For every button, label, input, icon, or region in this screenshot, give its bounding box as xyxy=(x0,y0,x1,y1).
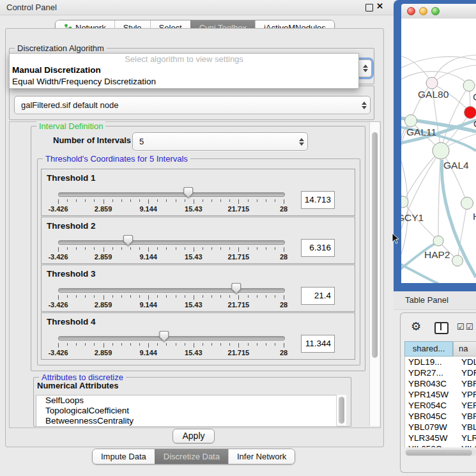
apply-button[interactable]: Apply xyxy=(173,429,215,443)
minor-tick xyxy=(176,295,176,298)
minor-tick xyxy=(139,247,140,250)
network-node-hap2[interactable] xyxy=(433,236,443,246)
tab-discretize-data[interactable]: Discretize Data xyxy=(155,449,228,464)
list-item-selfloops[interactable]: SelfLoops xyxy=(36,395,337,406)
checkbox-icon[interactable]: ☑ xyxy=(457,322,464,332)
attributes-list-scrollbar[interactable] xyxy=(336,395,346,426)
close-traffic-light-icon[interactable] xyxy=(407,7,415,15)
minor-tick xyxy=(229,343,230,346)
network-node-gcy1[interactable] xyxy=(401,196,408,208)
close-icon[interactable]: ✕ xyxy=(376,1,383,11)
cell-shared-name: YPR145W xyxy=(405,389,457,400)
threshold-value-field[interactable]: 6.316 xyxy=(301,239,335,257)
network-node-label: C xyxy=(473,118,476,129)
threshold-value-field[interactable]: 21.4 xyxy=(301,287,335,305)
vertical-scrollbar[interactable] xyxy=(369,122,380,426)
network-node[interactable] xyxy=(452,256,463,266)
checkbox-icon[interactable]: ☑ xyxy=(466,322,473,332)
table-row[interactable]: YBR043CYBR0 xyxy=(405,378,476,389)
table-row[interactable]: YDR27...YDR2 xyxy=(405,367,476,378)
network-node-gal11[interactable] xyxy=(405,115,417,127)
slider-track[interactable] xyxy=(58,240,285,245)
table-row[interactable]: YBR045CYBR0 xyxy=(405,411,476,422)
attributes-list-scrollbar-thumb[interactable] xyxy=(339,397,344,424)
table-body[interactable]: YDL19...YDL1YDR27...YDR2YBR043CYBR0YPR14… xyxy=(404,357,476,447)
cell-name: YBR0 xyxy=(457,411,476,422)
thresholds-group-title: Threshold's Coordinates for 5 Intervals xyxy=(43,154,190,164)
list-item-topologicalcoefficient[interactable]: TopologicalCoefficient xyxy=(36,406,337,416)
slider-handle[interactable] xyxy=(183,187,193,198)
slider-track[interactable] xyxy=(58,336,285,341)
minor-tick xyxy=(67,199,68,202)
cell-name: YLR3 xyxy=(457,433,476,443)
network-node-gal4[interactable] xyxy=(433,142,449,159)
minor-tick xyxy=(85,343,86,346)
slider-track[interactable] xyxy=(58,288,285,293)
slider-track[interactable] xyxy=(58,192,285,197)
dropdown-placeholder-item[interactable]: Select algorithm to view settings xyxy=(10,54,358,65)
tick-label: -3.426 xyxy=(48,349,68,357)
cell-shared-name: YLR345W xyxy=(405,433,457,443)
control-panel-title: Control Panel xyxy=(6,3,57,12)
network-edge[interactable] xyxy=(401,57,476,68)
minor-tick xyxy=(203,343,203,346)
cell-shared-name: YDL19... xyxy=(405,357,457,367)
minor-tick xyxy=(157,199,158,202)
minor-tick xyxy=(185,295,185,298)
tab-label: Discretize Data xyxy=(164,452,220,461)
threshold-value-field[interactable]: 11.344 xyxy=(301,335,335,353)
table-data-combobox[interactable]: galFiltered.sif default node xyxy=(14,96,371,114)
network-view-titlebar[interactable] xyxy=(401,4,476,19)
minimize-traffic-light-icon[interactable] xyxy=(419,7,427,15)
network-node-c[interactable] xyxy=(464,107,476,119)
minor-tick xyxy=(130,247,131,250)
slider-handle[interactable] xyxy=(159,331,169,342)
zoom-traffic-light-icon[interactable] xyxy=(431,7,440,15)
discretization-algorithm-group-title: Discretization Algorithm xyxy=(15,43,107,53)
column-view-icon[interactable] xyxy=(434,322,449,334)
network-node-h[interactable] xyxy=(461,197,473,210)
dropdown-option-manual[interactable]: Manual Discretization xyxy=(10,65,358,76)
network-edge[interactable] xyxy=(401,56,432,83)
table-data-value: galFiltered.sif default node xyxy=(15,100,358,110)
table-row[interactable]: YIL052CYIL0 xyxy=(405,443,476,447)
table-row[interactable]: YPR145WYPR1 xyxy=(405,389,476,400)
network-edge[interactable] xyxy=(403,150,441,202)
tab-impute-data[interactable]: Impute Data xyxy=(93,449,155,464)
minor-tick xyxy=(166,247,167,250)
number-of-intervals-combobox[interactable]: 5 xyxy=(132,132,308,151)
major-tick xyxy=(284,343,284,348)
column-header-name[interactable]: na xyxy=(453,341,476,357)
tick-label: 15.43 xyxy=(185,301,203,309)
slider-handle[interactable] xyxy=(231,283,241,294)
vertical-scrollbar-thumb[interactable] xyxy=(372,132,378,358)
network-node-gal80[interactable] xyxy=(426,77,438,89)
network-node-ga[interactable] xyxy=(463,80,475,91)
minor-tick xyxy=(139,343,140,346)
horizontal-scrollbar[interactable] xyxy=(404,449,476,456)
tab-infer-network[interactable]: Infer Network xyxy=(228,449,295,464)
minor-tick xyxy=(139,295,140,298)
table-row[interactable]: YLR345WYLR3 xyxy=(405,433,476,443)
threshold-value-field[interactable]: 14.713 xyxy=(301,191,335,209)
tick-label: 9.144 xyxy=(139,253,157,261)
table-row[interactable]: YER054CYER0 xyxy=(405,400,476,411)
column-header-shared-name[interactable]: shared... xyxy=(404,341,453,357)
minor-tick xyxy=(130,199,131,202)
slider-handle[interactable] xyxy=(123,235,133,246)
major-tick xyxy=(104,247,104,252)
network-canvas[interactable]: GAL80GACGAL11GAL4GCY1HHAP2 xyxy=(401,19,476,283)
float-window-icon[interactable] xyxy=(365,4,373,12)
horizontal-scrollbar-thumb[interactable] xyxy=(406,450,472,456)
minor-tick xyxy=(266,247,266,250)
major-tick xyxy=(238,247,239,252)
dropdown-option-equal-width[interactable]: Equal Width/Frequency Discretization xyxy=(10,76,358,88)
settings-gear-icon[interactable]: ⚙ xyxy=(411,321,421,332)
table-row[interactable]: YBL079WYBL0 xyxy=(405,422,476,433)
numerical-attributes-list[interactable]: SelfLoopsTopologicalCoefficientBetweenne… xyxy=(36,395,337,427)
minor-tick xyxy=(121,247,122,250)
minor-tick xyxy=(203,247,203,250)
table-row[interactable]: YDL19...YDL1 xyxy=(405,357,476,367)
minor-tick xyxy=(76,343,77,346)
list-item-betweennesscentrality[interactable]: BetweennessCentrality xyxy=(36,416,337,426)
